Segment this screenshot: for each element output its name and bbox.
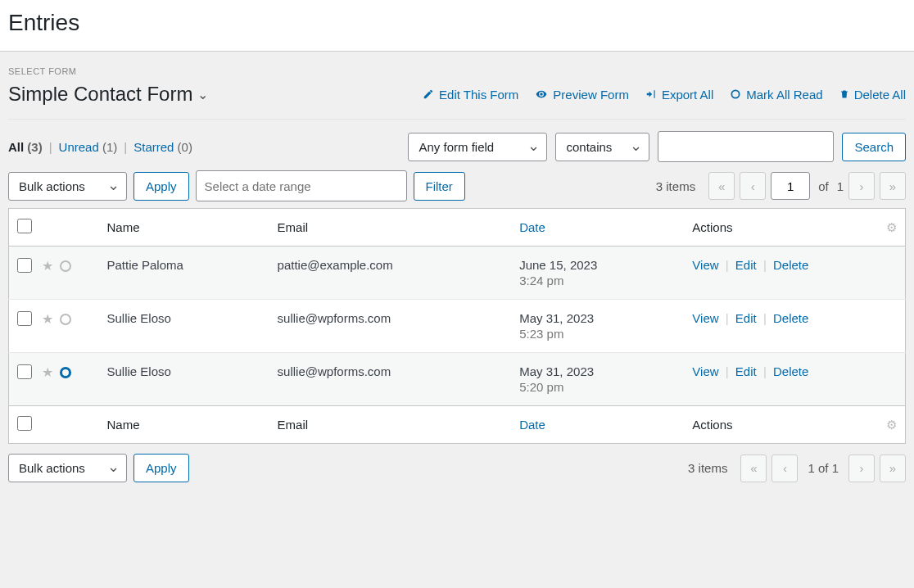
- delete-link[interactable]: Delete: [773, 311, 808, 325]
- preview-form-link[interactable]: Preview Form: [535, 88, 629, 102]
- next-page-button-footer[interactable]: ›: [848, 455, 875, 482]
- page-number-input[interactable]: [771, 172, 810, 200]
- gear-icon[interactable]: ⚙: [886, 418, 897, 432]
- double-right-icon: »: [889, 179, 896, 193]
- tab-starred[interactable]: Starred (0): [133, 140, 192, 154]
- items-count-text: 3 items: [656, 179, 695, 193]
- mark-all-read-label: Mark All Read: [746, 88, 822, 102]
- column-header-name[interactable]: Name: [99, 209, 269, 247]
- form-selector[interactable]: Simple Contact Form ⌄: [8, 83, 208, 106]
- row-checkbox[interactable]: [17, 364, 32, 379]
- tab-unread-count: (1): [102, 140, 117, 154]
- tab-separator: |: [49, 140, 52, 154]
- star-icon[interactable]: ★: [42, 311, 53, 327]
- tab-unread-label: Unread: [59, 140, 99, 154]
- search-button[interactable]: Search: [842, 133, 906, 161]
- column-footer-email[interactable]: Email: [269, 406, 512, 444]
- last-page-button[interactable]: »: [880, 172, 906, 200]
- select-form-label: SELECT FORM: [8, 66, 906, 76]
- column-footer-actions: Actions: [684, 406, 878, 444]
- filter-button[interactable]: Filter: [414, 172, 465, 201]
- edit-link[interactable]: Edit: [735, 311, 757, 325]
- svg-point-0: [732, 90, 740, 97]
- mark-all-read-link[interactable]: Mark All Read: [730, 88, 822, 102]
- bulk-actions-select-footer[interactable]: Bulk actions: [8, 454, 127, 482]
- edit-link[interactable]: Edit: [735, 258, 757, 272]
- operator-select-value: contains: [566, 140, 612, 154]
- view-link[interactable]: View: [692, 258, 718, 272]
- row-checkbox[interactable]: [17, 258, 32, 273]
- prev-page-button-footer[interactable]: ‹: [771, 455, 798, 482]
- items-count-text-footer: 3 items: [688, 461, 727, 475]
- tab-unread[interactable]: Unread (1): [59, 140, 118, 154]
- edit-form-link[interactable]: Edit This Form: [423, 88, 518, 102]
- row-checkbox[interactable]: [17, 311, 32, 326]
- column-footer-name[interactable]: Name: [99, 406, 269, 444]
- delete-link[interactable]: Delete: [773, 258, 808, 272]
- bulk-actions-value: Bulk actions: [19, 179, 85, 193]
- bulk-actions-select[interactable]: Bulk actions: [8, 172, 127, 201]
- page-title: Entries: [8, 10, 906, 36]
- column-header-actions: Actions: [684, 209, 878, 247]
- edit-form-label: Edit This Form: [439, 88, 518, 102]
- entries-table: Name Email Date Actions ⚙ ★ Pattie Palom…: [8, 208, 906, 444]
- table-row: ★ Pattie Paloma pattie@example.com June …: [9, 247, 906, 300]
- column-header-email[interactable]: Email: [269, 209, 512, 247]
- form-name-text: Simple Contact Form: [8, 83, 192, 106]
- chevron-right-icon: ›: [860, 179, 864, 193]
- cell-name: Pattie Paloma: [99, 247, 269, 300]
- chevron-down-icon: ⌄: [197, 87, 208, 102]
- view-link[interactable]: View: [692, 364, 718, 378]
- apply-button[interactable]: Apply: [133, 172, 189, 201]
- table-row: ★ Sullie Eloso sullie@wpforms.com May 31…: [9, 353, 906, 406]
- delete-all-link[interactable]: Delete All: [839, 88, 906, 102]
- select-all-checkbox[interactable]: [17, 219, 32, 233]
- tab-all-label: All: [8, 140, 24, 154]
- column-footer-date[interactable]: Date: [511, 406, 684, 444]
- star-icon[interactable]: ★: [42, 364, 53, 380]
- pencil-icon: [423, 88, 434, 100]
- cell-date: May 31, 20235:20 pm: [511, 353, 684, 406]
- tab-all[interactable]: All (3): [8, 140, 43, 154]
- view-link[interactable]: View: [692, 311, 718, 325]
- double-left-icon: «: [750, 461, 757, 475]
- field-select[interactable]: Any form field: [408, 133, 547, 161]
- cell-email: pattie@example.com: [269, 247, 512, 300]
- export-all-link[interactable]: Export All: [645, 88, 713, 102]
- operator-select[interactable]: contains: [555, 133, 649, 161]
- search-input[interactable]: [658, 131, 834, 162]
- delete-all-label: Delete All: [854, 88, 906, 102]
- delete-link[interactable]: Delete: [773, 364, 808, 378]
- cell-name: Sullie Eloso: [99, 300, 269, 353]
- export-icon: [645, 88, 657, 100]
- edit-link[interactable]: Edit: [735, 364, 757, 378]
- apply-button-footer[interactable]: Apply: [133, 454, 189, 482]
- date-range-input[interactable]: [196, 170, 407, 201]
- first-page-button-footer[interactable]: «: [740, 455, 767, 482]
- star-icon[interactable]: ★: [42, 258, 53, 274]
- double-right-icon: »: [889, 461, 896, 475]
- of-label: of: [818, 179, 829, 193]
- circle-icon: [730, 88, 741, 100]
- column-header-date[interactable]: Date: [511, 209, 684, 247]
- cell-name: Sullie Eloso: [99, 353, 269, 406]
- tab-all-count: (3): [27, 140, 42, 154]
- select-all-checkbox-footer[interactable]: [17, 416, 32, 431]
- bulk-actions-value: Bulk actions: [19, 461, 85, 475]
- eye-icon: [535, 88, 548, 100]
- prev-page-button[interactable]: ‹: [740, 172, 766, 200]
- read-indicator[interactable]: [60, 314, 71, 325]
- read-indicator[interactable]: [60, 367, 71, 378]
- cell-email: sullie@wpforms.com: [269, 300, 512, 353]
- preview-form-label: Preview Form: [553, 88, 629, 102]
- next-page-button[interactable]: ›: [848, 172, 875, 200]
- chevron-left-icon: ‹: [783, 461, 787, 475]
- trash-icon: [839, 88, 849, 100]
- field-select-value: Any form field: [419, 140, 494, 154]
- cell-email: sullie@wpforms.com: [269, 353, 512, 406]
- last-page-button-footer[interactable]: »: [880, 455, 906, 482]
- first-page-button[interactable]: «: [708, 172, 735, 200]
- read-indicator[interactable]: [60, 260, 71, 272]
- chevron-right-icon: ›: [860, 461, 864, 475]
- gear-icon[interactable]: ⚙: [886, 220, 897, 234]
